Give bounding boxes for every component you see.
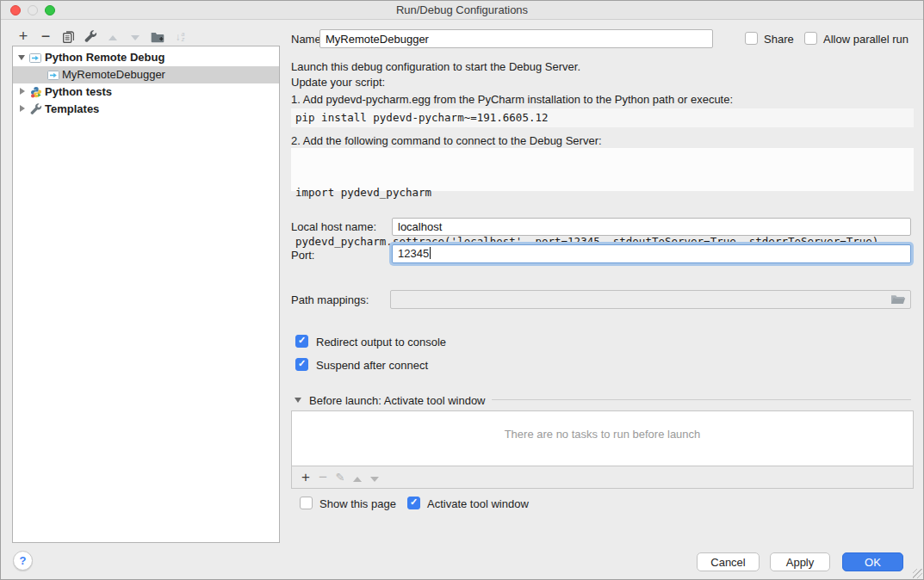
show-this-page-label: Show this page	[319, 497, 396, 510]
move-task-up-icon	[349, 467, 366, 488]
instruction-intro: Launch this debug configuration to start…	[291, 60, 580, 73]
collapse-section-icon[interactable]	[295, 398, 301, 403]
remove-icon[interactable]: −	[34, 27, 57, 46]
apply-button[interactable]: Apply	[770, 552, 830, 571]
tree-item-myremotedebugger[interactable]: MyRemoteDebugger	[13, 66, 279, 83]
wrench-icon[interactable]	[79, 27, 102, 46]
code-snippet-pip-install: pip install pydevd-pycharm~=191.6605.12	[291, 108, 914, 127]
show-this-page-checkbox[interactable]	[300, 497, 313, 509]
cancel-button[interactable]: Cancel	[697, 552, 760, 571]
tree-item-label: Python tests	[45, 83, 112, 101]
minimize-window-button	[28, 5, 38, 15]
remove-task-icon: −	[314, 467, 332, 488]
new-folder-icon[interactable]	[146, 27, 169, 46]
port-input[interactable]: 12345	[392, 244, 911, 263]
before-launch-label: Before launch: Activate tool window	[309, 394, 486, 407]
window-title: Run/Debug Configurations	[396, 3, 528, 16]
add-task-icon[interactable]: +	[297, 467, 314, 488]
code-line: import pydevd_pycharm	[295, 184, 909, 201]
redirect-output-label: Redirect output to console	[316, 336, 446, 349]
chevron-right-icon[interactable]	[20, 88, 25, 95]
tree-item-label: MyRemoteDebugger	[62, 66, 165, 83]
wrench-icon	[30, 103, 42, 120]
tree-toolbar: + − ↓az	[12, 27, 191, 46]
move-up-icon	[102, 27, 124, 46]
path-mappings-input[interactable]	[390, 290, 911, 309]
port-value: 12345	[398, 247, 429, 260]
instruction-step1: 1. Add pydevd-pycharm.egg from the PyCha…	[291, 93, 733, 106]
move-down-icon	[124, 27, 146, 46]
tree-item-python-tests[interactable]: Python tests	[13, 83, 279, 101]
text-caret	[430, 247, 431, 259]
share-label: Share	[764, 33, 794, 46]
local-host-name-input[interactable]	[392, 218, 911, 236]
instruction-step2: 2. Add the following command to connect …	[291, 134, 602, 147]
chevron-down-icon[interactable]	[18, 55, 25, 60]
code-snippet-settrace: import pydevd_pycharm pydevd_pycharm.set…	[291, 148, 914, 191]
local-host-name-label: Local host name:	[291, 220, 376, 233]
section-divider	[492, 399, 911, 400]
run-debug-configurations-dialog: Run/Debug Configurations + − ↓az Python …	[0, 0, 924, 580]
suspend-after-connect-label: Suspend after connect	[316, 359, 428, 372]
suspend-after-connect-checkbox[interactable]	[295, 358, 308, 371]
share-checkbox[interactable]	[745, 32, 758, 45]
traffic-lights	[10, 5, 55, 15]
titlebar: Run/Debug Configurations	[1, 1, 923, 20]
activate-tool-window-label: Activate tool window	[427, 497, 529, 510]
name-input[interactable]	[319, 29, 713, 48]
edit-task-icon: ✎	[332, 467, 349, 488]
sort-alphabetically-icon: ↓az	[169, 27, 191, 46]
activate-tool-window-checkbox[interactable]	[407, 497, 420, 509]
tree-item-python-remote-debug[interactable]: Python Remote Debug	[13, 49, 279, 66]
port-label: Port:	[291, 249, 314, 262]
tree-item-label: Python Remote Debug	[45, 49, 164, 66]
resize-grip[interactable]	[913, 569, 922, 578]
add-icon[interactable]: +	[12, 27, 34, 46]
move-task-down-icon	[366, 467, 383, 488]
copy-icon[interactable]	[57, 27, 79, 46]
path-mappings-label: Path mappings:	[291, 293, 369, 306]
no-tasks-message: There are no tasks to run before launch	[292, 428, 913, 441]
config-tree: Python Remote Debug MyRemoteDebugger Pyt…	[12, 46, 280, 543]
instruction-update: Update your script:	[291, 76, 385, 89]
ok-button[interactable]: OK	[842, 552, 903, 571]
before-launch-task-list[interactable]: There are no tasks to run before launch	[291, 410, 914, 466]
help-button[interactable]: ?	[13, 551, 33, 571]
tree-item-templates[interactable]: Templates	[13, 101, 279, 118]
allow-parallel-run-checkbox[interactable]	[804, 32, 817, 45]
allow-parallel-run-label: Allow parallel run	[823, 33, 908, 46]
chevron-right-icon[interactable]	[20, 105, 25, 112]
tree-item-label: Templates	[45, 101, 99, 118]
task-list-toolbar: + − ✎	[291, 466, 914, 489]
browse-folder-icon[interactable]	[890, 293, 906, 308]
zoom-window-button[interactable]	[45, 5, 55, 15]
close-window-button[interactable]	[10, 5, 21, 15]
redirect-output-checkbox[interactable]	[295, 335, 308, 348]
